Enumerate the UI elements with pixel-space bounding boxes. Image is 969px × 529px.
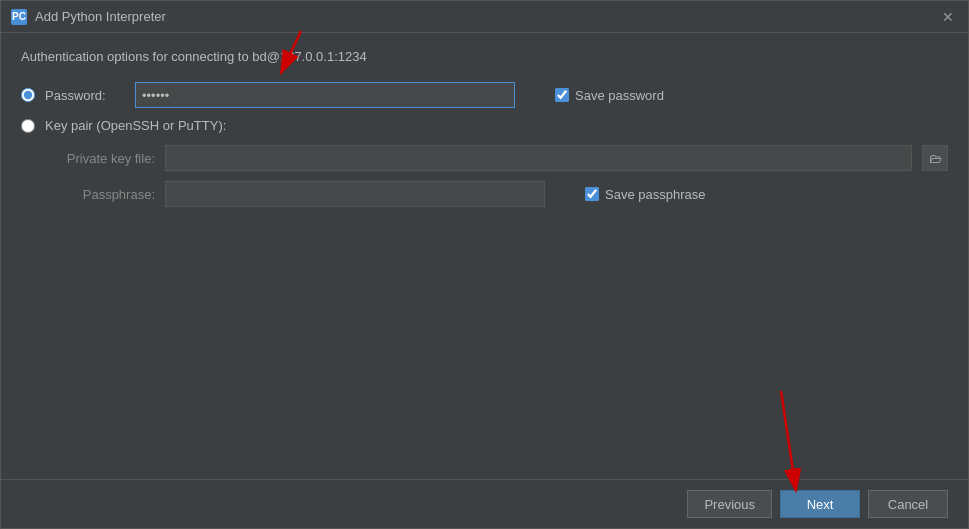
private-key-row: Private key file: 🗁: [45, 145, 948, 171]
password-radio[interactable]: [21, 88, 35, 102]
passphrase-input[interactable]: [165, 181, 545, 207]
private-key-label: Private key file:: [45, 151, 155, 166]
save-password-area: Save password: [555, 88, 664, 103]
private-key-input[interactable]: [165, 145, 912, 171]
browse-button[interactable]: 🗁: [922, 145, 948, 171]
keypair-radio-label: Key pair (OpenSSH or PuTTY):: [45, 118, 226, 133]
title-bar-left: PC Add Python Interpreter: [11, 9, 166, 25]
dialog-title: Add Python Interpreter: [35, 9, 166, 24]
passphrase-label: Passphrase:: [45, 187, 155, 202]
passphrase-row: Passphrase: Save passphrase: [45, 181, 948, 207]
keypair-radio[interactable]: [21, 119, 35, 133]
footer: Previous Next Cancel: [1, 479, 968, 528]
subtitle: Authentication options for connecting to…: [21, 49, 948, 64]
keypair-radio-row: Key pair (OpenSSH or PuTTY):: [21, 118, 948, 133]
dialog: PC Add Python Interpreter ✕ Authenticati…: [0, 0, 969, 529]
save-password-label: Save password: [575, 88, 664, 103]
close-button[interactable]: ✕: [938, 7, 958, 27]
password-row: Password: Save password: [21, 82, 948, 108]
save-passphrase-area: Save passphrase: [585, 187, 705, 202]
app-icon: PC: [11, 9, 27, 25]
save-passphrase-label: Save passphrase: [605, 187, 705, 202]
next-button[interactable]: Next: [780, 490, 860, 518]
title-bar: PC Add Python Interpreter ✕: [1, 1, 968, 33]
keypair-sub-form: Private key file: 🗁 Passphrase: Save pas…: [45, 145, 948, 207]
password-input[interactable]: [135, 82, 515, 108]
save-passphrase-checkbox[interactable]: [585, 187, 599, 201]
cancel-button[interactable]: Cancel: [868, 490, 948, 518]
save-password-checkbox[interactable]: [555, 88, 569, 102]
password-radio-label: Password:: [45, 88, 125, 103]
previous-button[interactable]: Previous: [687, 490, 772, 518]
content-area: Authentication options for connecting to…: [1, 33, 968, 479]
